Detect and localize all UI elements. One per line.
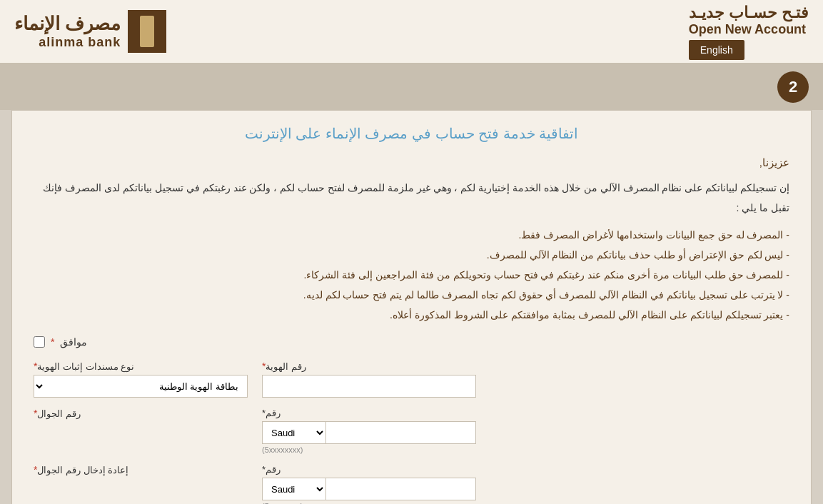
header-left: فتـح حسـاب جديـد Open New Account Englis… [689, 4, 809, 60]
page-title: اتفاقية خدمة فتح حساب في مصرف الإنماء عل… [34, 125, 789, 142]
english-button[interactable]: English [689, 40, 744, 60]
mobile-label-group: رقم الجوال* [34, 408, 248, 422]
id-type-select[interactable]: بطاقة الهوية الوطنية [34, 375, 248, 398]
mobile-form-row: رقم* Saudi (5xxxxxxxx) رقم الجوال* [34, 408, 789, 454]
agree-label: موافق [60, 336, 87, 348]
bullet2: - ليس لكم حق الإعتراض أو طلب حذف بياناتك… [34, 245, 789, 265]
bullet1: - المصرف له حق جمع البيانات واستخدامها ل… [34, 225, 789, 245]
step-circle: 2 [777, 71, 809, 103]
id-type-group: نوع مسندات إثبات الهوية* بطاقة الهوية ال… [34, 361, 248, 398]
agreement-text: عزيزنا, إن تسجيلكم لبياناتكم على نظام ال… [34, 152, 789, 325]
mobile-reenter-form-row: رقم* Saudi (5xxxxxxxx) إعادة إدخال رقم ا… [34, 464, 789, 504]
title-arabic: فتـح حسـاب جديـد [689, 4, 809, 22]
mobile-label: رقم الجوال* [34, 408, 81, 419]
intro-text: إن تسجيلكم لبياناتكم على نظام المصرف الآ… [34, 178, 789, 218]
main-content: اتفاقية خدمة فتح حساب في مصرف الإنماء عل… [11, 110, 812, 504]
logo-text: مصرف الإنماء alinma bank [14, 13, 121, 50]
mobile-reenter-label: إعادة إدخال رقم الجوال* [34, 464, 128, 475]
phone-row: Saudi [262, 421, 476, 444]
id-form-row: رقم الهوية* نوع مسندات إثبات الهوية* بطا… [34, 361, 789, 398]
logo-icon [128, 10, 166, 53]
step-bar: 2 [0, 64, 823, 110]
mobile-number-group: رقم* Saudi (5xxxxxxxx) [262, 408, 476, 454]
mobile-reenter-label-group: إعادة إدخال رقم الجوال* [34, 464, 248, 478]
logo-english: alinma bank [14, 35, 121, 50]
title-english: Open New Account [689, 22, 806, 37]
phone-reenter-row: Saudi [262, 478, 476, 500]
header: فتـح حسـاب جديـد Open New Account Englis… [0, 0, 823, 64]
logo-arabic: مصرف الإنماء [14, 13, 121, 35]
mobile-reenter-country-select[interactable]: Saudi [262, 478, 326, 500]
id-number-group: رقم الهوية* [262, 361, 476, 398]
bullet4: - لا يترتب على تسجيل بياناتكم في النظام … [34, 285, 789, 305]
greeting-text: عزيزنا, [34, 152, 789, 173]
id-number-input[interactable] [262, 375, 476, 398]
mobile-reenter-number-input[interactable] [326, 478, 476, 500]
mobile-number-input[interactable] [326, 421, 476, 444]
agree-row: موافق * [34, 336, 789, 348]
mobile-reenter-number-label: رقم* [262, 464, 281, 475]
mobile-number-label: رقم* [262, 408, 281, 418]
logo-area: مصرف الإنماء alinma bank [14, 10, 166, 53]
mobile-country-select[interactable]: Saudi [262, 421, 326, 444]
id-type-label: نوع مسندات إثبات الهوية* [34, 361, 134, 372]
mobile-hint: (5xxxxxxxx) [262, 445, 303, 454]
agree-checkbox[interactable] [34, 336, 45, 348]
id-number-label: رقم الهوية* [262, 361, 306, 372]
bullet5: - يعتبر تسجيلكم لبياناتكم على النظام الآ… [34, 305, 789, 325]
bullet3: - للمصرف حق طلب البيانات مرة أخرى منكم ع… [34, 265, 789, 285]
mobile-reenter-number-group: رقم* Saudi (5xxxxxxxx) [262, 464, 476, 504]
agree-required-star: * [51, 336, 54, 348]
logo-icon-inner [140, 16, 154, 47]
